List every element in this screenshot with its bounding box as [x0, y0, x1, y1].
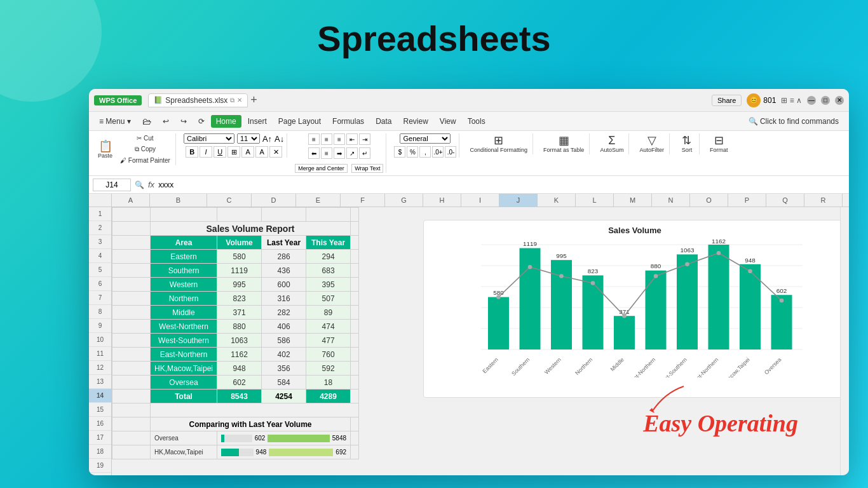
- vol-eastern[interactable]: 580: [217, 250, 262, 264]
- align-top-right-button[interactable]: ≡: [334, 133, 345, 145]
- currency-button[interactable]: $: [394, 146, 405, 158]
- cell-f7[interactable]: [351, 292, 359, 306]
- autofilter-button[interactable]: ▽ AutoFilter: [637, 133, 667, 154]
- cell-a-total[interactable]: [112, 390, 151, 403]
- wrap-text-button[interactable]: Wrap Text: [351, 164, 383, 173]
- ty-western[interactable]: 395: [306, 278, 351, 292]
- cell-a16[interactable]: [112, 417, 151, 431]
- ly-east-northern[interactable]: 402: [262, 348, 306, 362]
- menu-data[interactable]: Data: [370, 115, 397, 128]
- ty-hk[interactable]: 592: [306, 362, 351, 376]
- cell-f1-onwards[interactable]: [351, 208, 359, 222]
- area-southern[interactable]: Southern: [151, 264, 217, 278]
- fill-color-button[interactable]: A: [241, 146, 254, 158]
- align-left-button[interactable]: ⬅: [308, 147, 320, 159]
- ly-total[interactable]: 4254: [262, 390, 306, 403]
- cell-b15[interactable]: [151, 403, 359, 417]
- cell-a7[interactable]: [112, 292, 151, 306]
- paste-button[interactable]: 📋 Paste: [95, 139, 115, 160]
- number-format-select[interactable]: General: [400, 133, 451, 144]
- menu-formulas[interactable]: Formulas: [327, 115, 369, 128]
- vol-east-northern[interactable]: 1162: [217, 348, 262, 362]
- cell-f9[interactable]: [351, 320, 359, 334]
- ty-oversea[interactable]: 18: [306, 376, 351, 390]
- vol-west-northern[interactable]: 880: [217, 320, 262, 334]
- col-header-q[interactable]: Q: [766, 194, 804, 207]
- ty-southern[interactable]: 683: [306, 264, 351, 278]
- ly-oversea[interactable]: 584: [262, 376, 306, 390]
- col-header-o[interactable]: O: [690, 194, 728, 207]
- cell-f13[interactable]: [351, 376, 359, 390]
- share-button[interactable]: Share: [712, 95, 742, 106]
- col-header-a[interactable]: A: [112, 194, 150, 207]
- menu-redo[interactable]: ↪: [175, 115, 192, 128]
- header-volume[interactable]: Volume: [217, 236, 262, 250]
- cell-d1[interactable]: [262, 208, 306, 222]
- col-header-p[interactable]: P: [728, 194, 766, 207]
- ly-northern[interactable]: 316: [262, 292, 306, 306]
- wps-badge[interactable]: WPS Office: [94, 95, 142, 105]
- vol-hk[interactable]: 948: [217, 362, 262, 376]
- cell-a13[interactable]: [112, 376, 151, 390]
- vol-middle[interactable]: 371: [217, 306, 262, 320]
- percent-button[interactable]: %: [407, 146, 418, 158]
- font-name-select[interactable]: Calibri: [184, 133, 234, 144]
- sort-button[interactable]: ⇅ Sort: [677, 133, 696, 154]
- area-northern[interactable]: Northern: [151, 292, 217, 306]
- vol-northern[interactable]: 823: [217, 292, 262, 306]
- format-button[interactable]: ⊟ Format: [707, 133, 731, 154]
- header-area[interactable]: Area: [151, 236, 217, 250]
- format-as-table-button[interactable]: ▦ Format as Table: [541, 133, 587, 154]
- comma-button[interactable]: ,: [419, 146, 431, 158]
- area-middle[interactable]: Middle: [151, 306, 217, 320]
- col-header-b[interactable]: B: [150, 194, 207, 207]
- ty-total[interactable]: 4289: [306, 390, 351, 403]
- ly-west-northern[interactable]: 406: [262, 320, 306, 334]
- minimize-button[interactable]: —: [807, 96, 816, 105]
- cell-a10[interactable]: [112, 334, 151, 348]
- col-header-n[interactable]: N: [652, 194, 690, 207]
- cut-button[interactable]: ✂ Cut: [118, 133, 173, 143]
- cell-f16[interactable]: [351, 417, 359, 431]
- underline-button[interactable]: U: [214, 146, 226, 158]
- increase-decimal-button[interactable]: .0+: [432, 146, 444, 158]
- cell-f6[interactable]: [351, 278, 359, 292]
- cell-c1[interactable]: [217, 208, 262, 222]
- col-header-d[interactable]: D: [252, 194, 296, 207]
- align-top-left-button[interactable]: ≡: [308, 133, 320, 145]
- menu-open[interactable]: 🗁: [137, 114, 156, 128]
- ty-northern[interactable]: 507: [306, 292, 351, 306]
- cell-a15[interactable]: [112, 403, 151, 417]
- cell-a4[interactable]: [112, 250, 151, 264]
- ly-western[interactable]: 600: [262, 278, 306, 292]
- indent-decrease-button[interactable]: ⇤: [346, 133, 358, 145]
- cell-a8[interactable]: [112, 306, 151, 320]
- conditional-formatting-button[interactable]: ⊞ Conditional Formatting: [467, 133, 530, 154]
- col-header-r[interactable]: R: [804, 194, 843, 207]
- font-color-button[interactable]: A: [255, 146, 268, 158]
- cell-f11[interactable]: [351, 348, 359, 362]
- ty-east-northern[interactable]: 760: [306, 348, 351, 362]
- ly-middle[interactable]: 282: [262, 306, 306, 320]
- bold-button[interactable]: B: [186, 146, 198, 158]
- ly-west-southern[interactable]: 586: [262, 334, 306, 348]
- merge-center-button[interactable]: Merge and Center: [295, 164, 348, 173]
- cell-f2[interactable]: [351, 222, 359, 236]
- cell-f17[interactable]: [351, 431, 359, 445]
- area-total[interactable]: Total: [151, 390, 217, 403]
- cell-e1[interactable]: [306, 208, 351, 222]
- area-hk[interactable]: HK,Macow,Taipei: [151, 362, 217, 376]
- increase-font-icon[interactable]: A↑: [262, 134, 272, 144]
- col-header-e[interactable]: E: [296, 194, 341, 207]
- menu-search[interactable]: 🔍 Click to find commands: [743, 115, 844, 128]
- cell-f8[interactable]: [351, 306, 359, 320]
- vertical-scrollbar[interactable]: [840, 207, 849, 475]
- col-header-l[interactable]: L: [576, 194, 614, 207]
- cell-a17[interactable]: [112, 431, 151, 445]
- cell-b1[interactable]: [151, 208, 217, 222]
- header-thisyear[interactable]: This Year: [306, 236, 351, 250]
- cell-a11[interactable]: [112, 348, 151, 362]
- close-tab-icon[interactable]: ✕: [237, 97, 242, 104]
- decrease-font-icon[interactable]: A↓: [275, 134, 284, 144]
- align-right-button[interactable]: ➡: [334, 147, 345, 159]
